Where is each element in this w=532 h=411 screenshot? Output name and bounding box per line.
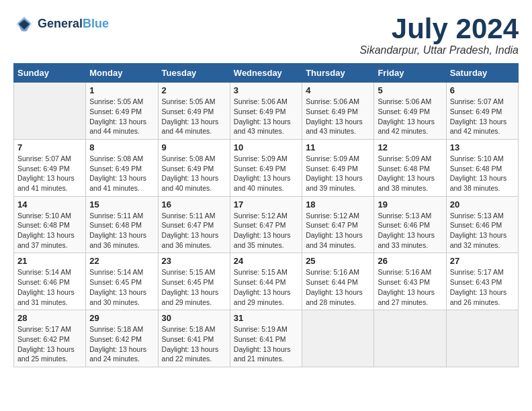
calendar-week-1: 1Sunrise: 5:05 AMSunset: 6:49 PMDaylight… bbox=[14, 83, 519, 140]
calendar-cell: 19Sunrise: 5:13 AMSunset: 6:46 PMDayligh… bbox=[374, 196, 446, 253]
page-header: GeneralBlue July 2024 Sikandarpur, Uttar… bbox=[13, 13, 519, 56]
day-number: 15 bbox=[89, 199, 154, 210]
day-number: 19 bbox=[378, 199, 442, 210]
calendar-cell: 11Sunrise: 5:09 AMSunset: 6:49 PMDayligh… bbox=[302, 139, 374, 196]
calendar-week-5: 28Sunrise: 5:17 AMSunset: 6:42 PMDayligh… bbox=[14, 310, 519, 367]
day-number: 9 bbox=[162, 142, 226, 152]
calendar-cell: 9Sunrise: 5:08 AMSunset: 6:49 PMDaylight… bbox=[158, 139, 230, 196]
weekday-header-wednesday: Wednesday bbox=[230, 64, 302, 83]
calendar-header: SundayMondayTuesdayWednesdayThursdayFrid… bbox=[14, 64, 519, 83]
day-info: Sunrise: 5:15 AMSunset: 6:44 PMDaylight:… bbox=[234, 267, 298, 307]
day-number: 13 bbox=[450, 142, 515, 152]
weekday-header-tuesday: Tuesday bbox=[158, 64, 230, 83]
day-info: Sunrise: 5:09 AMSunset: 6:49 PMDaylight:… bbox=[234, 154, 298, 193]
logo-text: GeneralBlue bbox=[38, 17, 109, 31]
day-info: Sunrise: 5:06 AMSunset: 6:49 PMDaylight:… bbox=[306, 97, 370, 136]
day-number: 3 bbox=[234, 85, 298, 95]
day-info: Sunrise: 5:13 AMSunset: 6:46 PMDaylight:… bbox=[450, 211, 515, 250]
day-info: Sunrise: 5:12 AMSunset: 6:47 PMDaylight:… bbox=[306, 211, 370, 250]
day-info: Sunrise: 5:10 AMSunset: 6:48 PMDaylight:… bbox=[450, 154, 515, 193]
logo: GeneralBlue bbox=[13, 13, 109, 35]
day-number: 7 bbox=[17, 142, 82, 152]
day-info: Sunrise: 5:05 AMSunset: 6:49 PMDaylight:… bbox=[89, 97, 154, 136]
day-number: 2 bbox=[162, 85, 226, 95]
day-info: Sunrise: 5:06 AMSunset: 6:49 PMDaylight:… bbox=[378, 97, 442, 136]
calendar-cell: 30Sunrise: 5:18 AMSunset: 6:41 PMDayligh… bbox=[158, 310, 230, 367]
calendar-week-4: 21Sunrise: 5:14 AMSunset: 6:46 PMDayligh… bbox=[14, 253, 519, 310]
day-info: Sunrise: 5:18 AMSunset: 6:42 PMDaylight:… bbox=[89, 324, 154, 364]
day-number: 17 bbox=[234, 199, 298, 210]
day-info: Sunrise: 5:10 AMSunset: 6:48 PMDaylight:… bbox=[17, 211, 82, 250]
day-info: Sunrise: 5:11 AMSunset: 6:48 PMDaylight:… bbox=[89, 211, 154, 250]
day-info: Sunrise: 5:08 AMSunset: 6:49 PMDaylight:… bbox=[162, 154, 226, 193]
day-info: Sunrise: 5:08 AMSunset: 6:49 PMDaylight:… bbox=[89, 154, 154, 193]
calendar-cell: 17Sunrise: 5:12 AMSunset: 6:47 PMDayligh… bbox=[230, 196, 302, 253]
day-info: Sunrise: 5:17 AMSunset: 6:43 PMDaylight:… bbox=[450, 267, 515, 307]
day-number: 21 bbox=[17, 256, 82, 266]
day-number: 23 bbox=[162, 256, 226, 266]
calendar-cell bbox=[446, 310, 518, 367]
calendar-cell: 24Sunrise: 5:15 AMSunset: 6:44 PMDayligh… bbox=[230, 253, 302, 310]
day-number: 24 bbox=[234, 256, 298, 266]
day-number: 25 bbox=[306, 256, 370, 266]
calendar-cell: 27Sunrise: 5:17 AMSunset: 6:43 PMDayligh… bbox=[446, 253, 518, 310]
day-info: Sunrise: 5:12 AMSunset: 6:47 PMDaylight:… bbox=[234, 211, 298, 250]
calendar-table: SundayMondayTuesdayWednesdayThursdayFrid… bbox=[13, 63, 519, 367]
day-info: Sunrise: 5:14 AMSunset: 6:46 PMDaylight:… bbox=[17, 267, 82, 307]
day-info: Sunrise: 5:16 AMSunset: 6:43 PMDaylight:… bbox=[378, 267, 442, 307]
day-number: 4 bbox=[306, 85, 370, 95]
day-info: Sunrise: 5:09 AMSunset: 6:49 PMDaylight:… bbox=[306, 154, 370, 193]
calendar-cell: 1Sunrise: 5:05 AMSunset: 6:49 PMDaylight… bbox=[86, 83, 158, 140]
calendar-cell: 6Sunrise: 5:07 AMSunset: 6:49 PMDaylight… bbox=[446, 83, 518, 140]
calendar-cell: 15Sunrise: 5:11 AMSunset: 6:48 PMDayligh… bbox=[86, 196, 158, 253]
day-info: Sunrise: 5:19 AMSunset: 6:41 PMDaylight:… bbox=[234, 324, 298, 364]
day-info: Sunrise: 5:18 AMSunset: 6:41 PMDaylight:… bbox=[162, 324, 226, 364]
calendar-cell: 5Sunrise: 5:06 AMSunset: 6:49 PMDaylight… bbox=[374, 83, 446, 140]
calendar-cell: 13Sunrise: 5:10 AMSunset: 6:48 PMDayligh… bbox=[446, 139, 518, 196]
calendar-cell: 7Sunrise: 5:07 AMSunset: 6:49 PMDaylight… bbox=[14, 139, 86, 196]
day-number: 31 bbox=[234, 313, 298, 323]
calendar-cell: 22Sunrise: 5:14 AMSunset: 6:45 PMDayligh… bbox=[86, 253, 158, 310]
day-number: 14 bbox=[17, 199, 82, 210]
calendar-cell: 28Sunrise: 5:17 AMSunset: 6:42 PMDayligh… bbox=[14, 310, 86, 367]
calendar-cell: 21Sunrise: 5:14 AMSunset: 6:46 PMDayligh… bbox=[14, 253, 86, 310]
day-info: Sunrise: 5:11 AMSunset: 6:47 PMDaylight:… bbox=[162, 211, 226, 250]
calendar-cell bbox=[302, 310, 374, 367]
day-info: Sunrise: 5:07 AMSunset: 6:49 PMDaylight:… bbox=[450, 97, 515, 136]
day-number: 8 bbox=[89, 142, 154, 152]
calendar-cell: 26Sunrise: 5:16 AMSunset: 6:43 PMDayligh… bbox=[374, 253, 446, 310]
day-number: 1 bbox=[89, 85, 154, 95]
day-number: 22 bbox=[89, 256, 154, 266]
day-info: Sunrise: 5:06 AMSunset: 6:49 PMDaylight:… bbox=[234, 97, 298, 136]
day-number: 10 bbox=[234, 142, 298, 152]
day-number: 27 bbox=[450, 256, 515, 266]
calendar-cell: 4Sunrise: 5:06 AMSunset: 6:49 PMDaylight… bbox=[302, 83, 374, 140]
weekday-header-row: SundayMondayTuesdayWednesdayThursdayFrid… bbox=[14, 64, 519, 83]
calendar-cell: 29Sunrise: 5:18 AMSunset: 6:42 PMDayligh… bbox=[86, 310, 158, 367]
title-block: July 2024 Sikandarpur, Uttar Pradesh, In… bbox=[359, 13, 519, 56]
month-year-title: July 2024 bbox=[359, 13, 519, 44]
day-info: Sunrise: 5:07 AMSunset: 6:49 PMDaylight:… bbox=[17, 154, 82, 193]
calendar-cell: 3Sunrise: 5:06 AMSunset: 6:49 PMDaylight… bbox=[230, 83, 302, 140]
day-info: Sunrise: 5:16 AMSunset: 6:44 PMDaylight:… bbox=[306, 267, 370, 307]
day-number: 20 bbox=[450, 199, 515, 210]
weekday-header-saturday: Saturday bbox=[446, 64, 518, 83]
day-info: Sunrise: 5:13 AMSunset: 6:46 PMDaylight:… bbox=[378, 211, 442, 250]
day-info: Sunrise: 5:17 AMSunset: 6:42 PMDaylight:… bbox=[17, 324, 82, 364]
day-number: 5 bbox=[378, 85, 442, 95]
day-number: 11 bbox=[306, 142, 370, 152]
calendar-week-3: 14Sunrise: 5:10 AMSunset: 6:48 PMDayligh… bbox=[14, 196, 519, 253]
weekday-header-monday: Monday bbox=[86, 64, 158, 83]
calendar-cell: 8Sunrise: 5:08 AMSunset: 6:49 PMDaylight… bbox=[86, 139, 158, 196]
day-info: Sunrise: 5:05 AMSunset: 6:49 PMDaylight:… bbox=[162, 97, 226, 136]
calendar-cell: 12Sunrise: 5:09 AMSunset: 6:48 PMDayligh… bbox=[374, 139, 446, 196]
day-info: Sunrise: 5:14 AMSunset: 6:45 PMDaylight:… bbox=[89, 267, 154, 307]
calendar-cell bbox=[14, 83, 86, 140]
calendar-cell: 16Sunrise: 5:11 AMSunset: 6:47 PMDayligh… bbox=[158, 196, 230, 253]
weekday-header-friday: Friday bbox=[374, 64, 446, 83]
day-number: 16 bbox=[162, 199, 226, 210]
calendar-cell: 14Sunrise: 5:10 AMSunset: 6:48 PMDayligh… bbox=[14, 196, 86, 253]
calendar-cell: 23Sunrise: 5:15 AMSunset: 6:45 PMDayligh… bbox=[158, 253, 230, 310]
day-number: 26 bbox=[378, 256, 442, 266]
day-number: 29 bbox=[89, 313, 154, 323]
